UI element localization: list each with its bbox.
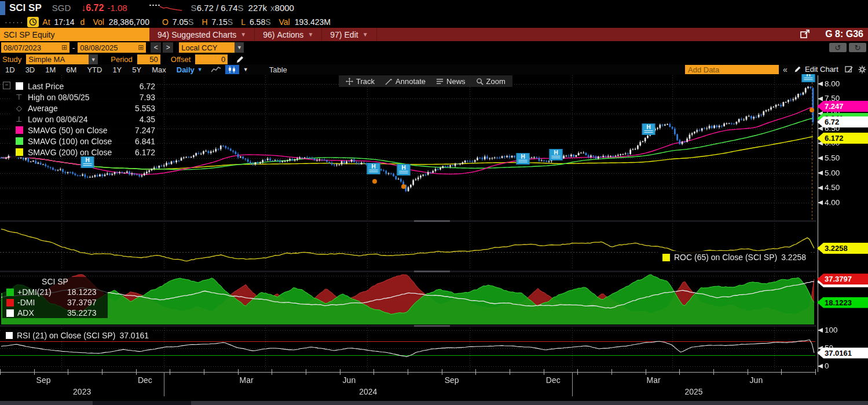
- time-axis-month-label: Sep: [445, 375, 459, 385]
- bid-prefix: S: [191, 3, 197, 13]
- headline-marker[interactable]: H: [81, 156, 94, 168]
- headline-marker[interactable]: H: [550, 149, 563, 160]
- menu-actions[interactable]: 96)Actions▼: [255, 28, 322, 41]
- undo-button[interactable]: ↺: [829, 43, 847, 52]
- currency-select[interactable]: Local CCY: [179, 42, 235, 53]
- study-select[interactable]: Simple MA: [26, 54, 89, 65]
- price-axis-tag: 7.247: [817, 101, 868, 112]
- edit-pencil-icon[interactable]: [794, 65, 801, 73]
- legend-label: SMAVG (200) on Close: [28, 148, 122, 157]
- range-button-ytd[interactable]: YTD: [82, 64, 107, 75]
- chart-settings-icon[interactable]: [845, 65, 854, 73]
- range-button-1y[interactable]: 1Y: [107, 64, 127, 75]
- tool-annotate[interactable]: Annotate: [385, 77, 426, 86]
- legend-label: +DMI(21): [17, 287, 67, 297]
- series-key-icon: [2, 309, 17, 317]
- date-from-field[interactable]: 08/07/2023⊞: [1, 42, 69, 53]
- headline-marker[interactable]: H: [642, 123, 655, 135]
- scrollbar-corner[interactable]: [0, 401, 93, 405]
- calendar-icon[interactable]: ⊞: [138, 43, 144, 52]
- menu-dots[interactable]: ·····: [5, 17, 24, 27]
- avg-glyph: ◇: [10, 104, 28, 112]
- chart-type-dropdown-arrow[interactable]: ▼: [240, 64, 251, 75]
- headline-marker[interactable]: H: [397, 164, 411, 176]
- event-marker[interactable]: [401, 184, 406, 189]
- calendar-icon[interactable]: ⊞: [61, 43, 67, 52]
- high-suffix: S: [228, 17, 233, 27]
- range-button-max[interactable]: Max: [147, 64, 171, 75]
- add-data-input[interactable]: Add Data: [685, 65, 779, 74]
- annotate-icon: [385, 78, 393, 85]
- panel-resize-handle[interactable]: [414, 325, 450, 327]
- legend-row-4[interactable]: SMAVG (50) on Close7.247: [10, 125, 158, 136]
- table-button[interactable]: Table: [264, 64, 292, 75]
- draw-pencil-icon[interactable]: [236, 55, 244, 64]
- prev-period-button[interactable]: <: [151, 42, 161, 53]
- rsi-legend-value: 37.0161: [119, 331, 149, 340]
- security-field[interactable]: SCI SP Equity: [0, 28, 149, 41]
- rsi-legend[interactable]: RSI (21) on Close (SCI SP) 37.0161: [2, 329, 152, 341]
- export-icon[interactable]: [800, 30, 810, 39]
- redo-button[interactable]: ↻: [849, 43, 866, 52]
- roc-legend[interactable]: ROC (65) on Close (SCI SP) 3.2258: [658, 251, 811, 264]
- tool-track[interactable]: Track: [346, 77, 375, 86]
- scrollbar-thumb[interactable]: [191, 401, 868, 405]
- study-row: Study Simple MA ▼ Period 50 Offset 0: [0, 54, 868, 65]
- panel-divider: [0, 271, 816, 272]
- date-to-field[interactable]: 08/08/2025⊞: [78, 42, 146, 53]
- tool-news[interactable]: News: [436, 77, 466, 86]
- study-dropdown-arrow[interactable]: ▼: [89, 54, 98, 65]
- event-marker[interactable]: [372, 179, 377, 184]
- rsi-axis-tag: 37.0161: [817, 348, 868, 359]
- period-input[interactable]: 50: [137, 54, 160, 65]
- time-axis-month-label: Mar: [240, 375, 254, 385]
- gear-icon[interactable]: [858, 65, 866, 74]
- tool-zoom[interactable]: Zoom: [476, 77, 506, 86]
- menu-edit[interactable]: 97)Edit▼: [322, 28, 376, 41]
- range-button-3d[interactable]: 3D: [20, 64, 41, 75]
- legend-row-0[interactable]: Last Price6.72: [10, 81, 158, 92]
- menu-suggested-charts[interactable]: 94)Suggested Charts▼: [149, 28, 255, 41]
- headline-marker[interactable]: H: [802, 74, 815, 82]
- legend-collapse-box[interactable]: –: [3, 82, 10, 89]
- tool-label: Annotate: [395, 77, 426, 86]
- legend-label: SMAVG (50) on Close: [28, 126, 122, 135]
- range-button-1m[interactable]: 1M: [40, 64, 61, 75]
- legend-row-3[interactable]: ⊥Low on 08/06/244.35: [10, 114, 158, 125]
- time-axis-month-label: Sep: [36, 375, 51, 385]
- line-chart-icon[interactable]: [209, 65, 223, 74]
- range-button-6m[interactable]: 6M: [61, 64, 82, 75]
- news-icon: [436, 78, 444, 85]
- offset-input[interactable]: 0: [195, 54, 228, 65]
- frequency-select[interactable]: Daily▼: [171, 64, 208, 75]
- candle-chart-icon[interactable]: [225, 65, 239, 74]
- net-change: -1.08: [107, 3, 127, 13]
- panel-divider: [0, 220, 816, 222]
- price-axis-label: 5.50: [825, 154, 859, 162]
- collapse-toolbar-button[interactable]: «: [783, 65, 788, 74]
- currency-dropdown-arrow[interactable]: ▼: [235, 42, 244, 53]
- event-marker[interactable]: [810, 108, 814, 112]
- color-swatch: [16, 82, 23, 90]
- dmi-legend[interactable]: SCI SP +DMI(21)18.1223-DMI37.3797ADX35.2…: [2, 277, 108, 318]
- open-label: O: [162, 17, 169, 27]
- tool-label: Zoom: [486, 77, 506, 86]
- ask-suffix: S: [238, 3, 244, 13]
- range-button-5y[interactable]: 5Y: [127, 64, 147, 75]
- quote-time: 17:14: [54, 17, 75, 27]
- legend-row-2[interactable]: ◇Average5.553: [10, 103, 158, 114]
- legend-label: Last Price: [28, 82, 122, 91]
- legend-row-5[interactable]: SMAVG (100) on Close6.841: [10, 136, 158, 147]
- series-key-icon: [10, 137, 28, 145]
- quote-header-row1: SCI SP SGD ↓ 6.72 -1.08 S 6.72 / 6.74 S …: [0, 0, 868, 16]
- next-period-button[interactable]: >: [163, 42, 173, 53]
- color-swatch: [16, 126, 23, 134]
- panel-resize-handle[interactable]: [414, 271, 450, 272]
- headline-marker[interactable]: H: [517, 153, 530, 165]
- legend-row-1[interactable]: ⊤High on 08/05/257.93: [10, 92, 158, 103]
- edit-chart-button[interactable]: Edit Chart: [805, 65, 838, 74]
- headline-marker[interactable]: H: [367, 163, 380, 174]
- range-button-1d[interactable]: 1D: [0, 64, 20, 75]
- volume: 28,386,700: [109, 17, 149, 27]
- panel-resize-handle[interactable]: [414, 220, 450, 222]
